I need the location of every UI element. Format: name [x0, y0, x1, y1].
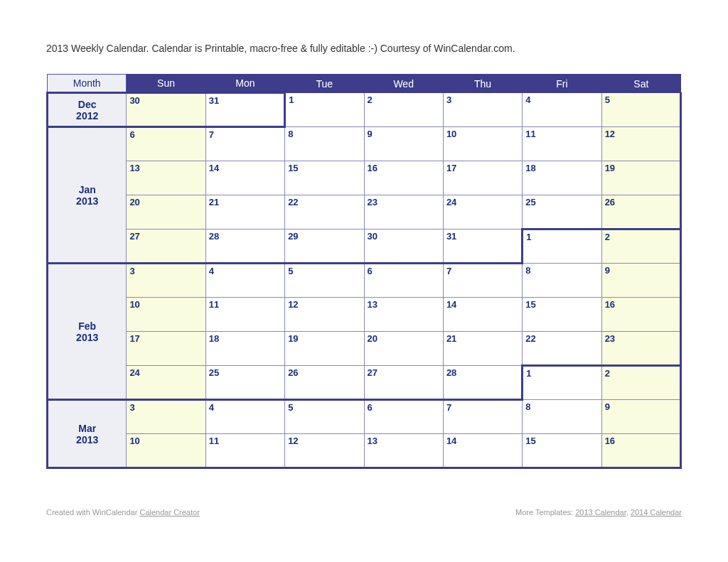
- day-cell: 2: [364, 93, 443, 127]
- week-row: 20 21 22 23 24 25 26: [48, 195, 681, 229]
- day-cell: 7: [205, 127, 284, 161]
- day-cell: 5: [285, 400, 364, 434]
- day-cell: 22: [285, 195, 364, 229]
- day-cell: 19: [285, 332, 364, 366]
- day-cell: 9: [601, 264, 680, 298]
- day-cell: 17: [443, 161, 522, 195]
- day-cell: 16: [364, 161, 443, 195]
- month-label-mar: Mar2013: [48, 400, 127, 468]
- day-cell: 29: [285, 229, 364, 264]
- day-cell: 15: [523, 298, 601, 332]
- day-cell: 15: [523, 434, 601, 468]
- week-row: 24 25 26 27 28 1 2: [48, 366, 681, 400]
- day-cell: 31: [205, 93, 284, 127]
- day-cell: 10: [127, 298, 205, 332]
- day-cell: 28: [443, 366, 522, 400]
- header-tue: Tue: [285, 75, 364, 93]
- day-cell: 8: [285, 127, 364, 161]
- day-cell: 1: [285, 93, 364, 127]
- day-cell: 3: [443, 93, 522, 127]
- day-cell: 20: [127, 195, 205, 229]
- week-row: 13 14 15 16 17 18 19: [48, 161, 681, 195]
- header-sat: Sat: [601, 75, 680, 93]
- day-cell: 4: [205, 264, 284, 298]
- month-label-jan: Jan2013: [48, 127, 127, 264]
- month-label-feb: Feb2013: [48, 264, 127, 400]
- day-cell: 2: [601, 229, 680, 264]
- day-cell: 5: [285, 264, 364, 298]
- footer-left: Created with WinCalendar Calendar Creato…: [46, 508, 200, 517]
- page-title: 2013 Weekly Calendar. Calendar is Printa…: [46, 43, 682, 54]
- day-cell: 14: [205, 161, 284, 195]
- day-cell: 7: [443, 264, 522, 298]
- day-cell: 13: [364, 434, 443, 468]
- day-cell: 3: [127, 264, 205, 298]
- day-cell: 24: [127, 366, 205, 400]
- header-sun: Sun: [127, 75, 205, 93]
- footer-right: More Templates: 2013 Calendar, 2014 Cale…: [515, 508, 682, 517]
- day-cell: 6: [127, 127, 205, 161]
- day-cell: 25: [523, 195, 601, 229]
- day-cell: 7: [443, 400, 522, 434]
- week-row: 10 11 12 13 14 15 16: [48, 298, 681, 332]
- day-cell: 16: [601, 298, 680, 332]
- day-cell: 3: [127, 400, 205, 434]
- day-cell: 11: [205, 434, 284, 468]
- day-cell: 17: [127, 332, 205, 366]
- month-label-dec: Dec2012: [48, 93, 127, 127]
- day-cell: 21: [205, 195, 284, 229]
- day-cell: 6: [364, 400, 443, 434]
- day-cell: 12: [285, 434, 364, 468]
- link-2014-calendar[interactable]: 2014 Calendar: [631, 508, 682, 517]
- day-cell: 1: [523, 366, 601, 400]
- day-cell: 31: [443, 229, 522, 264]
- day-cell: 13: [127, 161, 205, 195]
- day-cell: 8: [523, 264, 601, 298]
- link-2013-calendar[interactable]: 2013 Calendar: [575, 508, 626, 517]
- day-cell: 14: [443, 434, 522, 468]
- day-cell: 8: [523, 400, 601, 434]
- day-cell: 26: [601, 195, 680, 229]
- week-row: 10 11 12 13 14 15 16: [48, 434, 681, 468]
- week-row: Feb2013 3 4 5 6 7 8 9: [48, 264, 681, 298]
- day-cell: 27: [364, 366, 443, 400]
- week-row: 17 18 19 20 21 22 23: [48, 332, 681, 366]
- header-wed: Wed: [364, 75, 443, 93]
- day-cell: 1: [523, 229, 601, 264]
- header-fri: Fri: [523, 75, 601, 93]
- day-cell: 24: [443, 195, 522, 229]
- week-row: Jan2013 6 7 8 9 10 11 12: [48, 127, 681, 161]
- day-cell: 14: [443, 298, 522, 332]
- day-cell: 5: [601, 93, 680, 127]
- day-cell: 23: [601, 332, 680, 366]
- day-cell: 21: [443, 332, 522, 366]
- header-row: Month Sun Mon Tue Wed Thu Fri Sat: [48, 75, 681, 93]
- day-cell: 15: [285, 161, 364, 195]
- day-cell: 30: [364, 229, 443, 264]
- calendar-creator-link[interactable]: Calendar Creator: [139, 508, 199, 517]
- day-cell: 30: [127, 93, 205, 127]
- day-cell: 18: [523, 161, 601, 195]
- day-cell: 22: [523, 332, 601, 366]
- day-cell: 11: [205, 298, 284, 332]
- week-row: 27 28 29 30 31 1 2: [48, 229, 681, 264]
- day-cell: 19: [601, 161, 680, 195]
- day-cell: 4: [523, 93, 601, 127]
- footer: Created with WinCalendar Calendar Creato…: [46, 508, 682, 517]
- day-cell: 2: [601, 366, 680, 400]
- header-thu: Thu: [443, 75, 522, 93]
- day-cell: 18: [205, 332, 284, 366]
- day-cell: 10: [127, 434, 205, 468]
- day-cell: 23: [364, 195, 443, 229]
- day-cell: 9: [601, 400, 680, 434]
- day-cell: 25: [205, 366, 284, 400]
- week-row: Mar2013 3 4 5 6 7 8 9: [48, 400, 681, 434]
- day-cell: 16: [601, 434, 680, 468]
- day-cell: 28: [205, 229, 284, 264]
- header-mon: Mon: [205, 75, 284, 93]
- day-cell: 9: [364, 127, 443, 161]
- day-cell: 12: [601, 127, 680, 161]
- day-cell: 6: [364, 264, 443, 298]
- calendar-table: Month Sun Mon Tue Wed Thu Fri Sat Dec201…: [46, 74, 682, 469]
- week-row: Dec2012 30 31 1 2 3 4 5: [48, 93, 681, 127]
